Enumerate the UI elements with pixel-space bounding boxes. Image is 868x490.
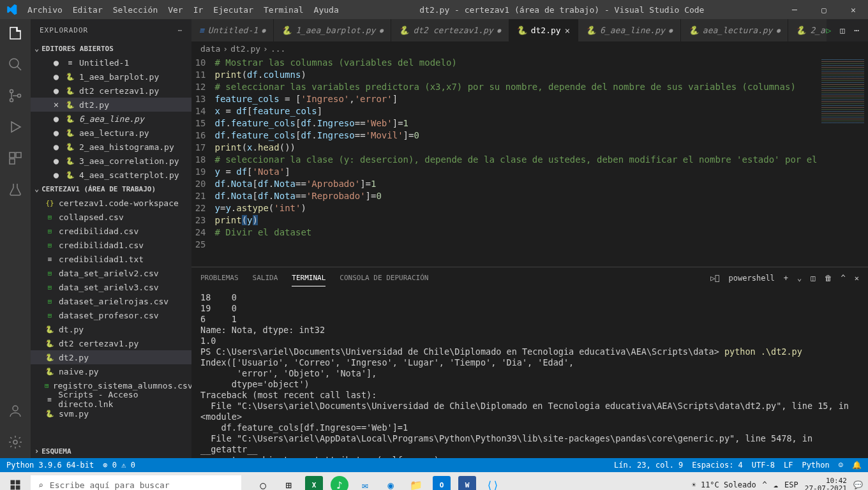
file-item[interactable]: ≡credibilidad1.txt (31, 252, 191, 266)
taskbar-search[interactable]: ⌕ Escribe aquí para buscar (31, 475, 241, 490)
file-item[interactable]: 🐍dt2 certezav1.py (31, 336, 191, 350)
more-icon[interactable]: ⋯ (177, 26, 183, 34)
status-item[interactable]: ⊗ 0 ⚠ 0 (103, 461, 135, 470)
workspace-section[interactable]: ⌄CERTEZAV1 (ÁREA DE TRABAJO) (31, 182, 191, 196)
maximize-button[interactable]: ▢ (809, 0, 839, 19)
editor-tab[interactable]: 🐍aea_lectura.py● (681, 19, 789, 41)
edge-icon[interactable]: ◉ (382, 476, 400, 490)
cloud-icon[interactable]: ☁ (774, 480, 778, 489)
menu-ver[interactable]: Ver (163, 5, 188, 15)
notifications-icon[interactable]: 💬 (853, 480, 863, 489)
menu-editar[interactable]: Editar (68, 5, 108, 15)
editor-tab[interactable]: 🐍dt2.py× (509, 19, 578, 41)
editor-tab[interactable]: 🐍dt2 certezav1.py● (391, 19, 509, 41)
weather-widget[interactable]: ☀ 11°C Soleado (691, 480, 756, 489)
file-item[interactable]: ⊞data_set_arielv3.csv (31, 280, 191, 294)
run-debug-icon[interactable] (8, 119, 23, 137)
source-control-icon[interactable] (8, 88, 23, 105)
start-button[interactable] (0, 479, 31, 490)
file-item[interactable]: ⊞collapsed.csv (31, 210, 191, 224)
word-icon[interactable]: W (458, 476, 476, 490)
file-item[interactable]: ⊞credibilidad1.csv (31, 238, 191, 252)
explorer-icon[interactable] (0, 26, 23, 43)
status-item[interactable]: 🔔 (852, 461, 862, 470)
file-item[interactable]: 🐍dt.py (31, 322, 191, 336)
file-item[interactable]: ⊞data_set_arielv2.csv (31, 266, 191, 280)
kill-terminal-icon[interactable]: 🗑 (825, 274, 832, 283)
open-editor-item[interactable]: ●🐍1_aea_barplot.py (31, 70, 191, 84)
open-editor-item[interactable]: ×🐍dt2.py (31, 98, 191, 112)
file-item[interactable]: 🐍dt2.py (31, 350, 191, 364)
file-item[interactable]: {}certezav1.code-workspace (31, 196, 191, 210)
editor-tab[interactable]: 🐍6_aea_line.py● (578, 19, 681, 41)
close-panel-icon[interactable]: ✕ (855, 274, 859, 283)
vscode-taskbar-icon[interactable]: ⟨⟩ (484, 476, 502, 490)
more-actions-icon[interactable]: ⋯ (854, 26, 859, 35)
account-icon[interactable] (8, 403, 23, 420)
search-icon[interactable] (8, 57, 23, 74)
testing-icon[interactable] (8, 182, 23, 199)
menu-terminal[interactable]: Terminal (258, 5, 309, 15)
status-item[interactable]: ☺ (839, 461, 843, 470)
settings-gear-icon[interactable] (8, 434, 23, 452)
mail-icon[interactable]: ✉ (356, 476, 374, 490)
outline-section[interactable]: ›ESQUEMA (31, 444, 191, 458)
editor-tab[interactable]: 🐍1_aea_barplot.py● (274, 19, 391, 41)
language-indicator[interactable]: ESP (784, 480, 798, 489)
extensions-icon[interactable] (8, 151, 23, 168)
close-button[interactable]: ✕ (839, 0, 868, 19)
cortana-icon[interactable]: ○ (254, 476, 272, 490)
file-item[interactable]: ⊞dataset_arielrojas.csv (31, 294, 191, 308)
status-item[interactable]: LF (784, 461, 793, 470)
open-editor-item[interactable]: ●🐍dt2 certezav1.py (31, 84, 191, 98)
task-view-icon[interactable]: ⊞ (280, 476, 297, 490)
terminal-output[interactable]: 18 0 19 0 6 1 Name: Nota, dtype: int32 1… (191, 288, 868, 458)
new-terminal-icon[interactable]: + (784, 274, 788, 283)
menu-selección[interactable]: Selección (108, 5, 163, 15)
excel-icon[interactable]: X (305, 476, 323, 490)
file-item[interactable]: 🐍naive.py (31, 364, 191, 378)
spotify-icon[interactable]: ♪ (331, 476, 348, 490)
panel-tab[interactable]: TERMINAL (292, 274, 326, 286)
minimize-button[interactable]: ─ (780, 0, 809, 19)
menu-ir[interactable]: Ir (188, 5, 209, 15)
clock[interactable]: 10:42 27-07-2021 (805, 477, 847, 490)
editor-tab[interactable]: ≡Untitled-1● (191, 19, 274, 41)
file-item[interactable]: ⊞credibilidad.csv (31, 224, 191, 238)
file-item[interactable]: ≡Scripts - Acceso directo.lnk (31, 392, 191, 406)
terminal-shell-icon[interactable]: ▷⃞ (710, 274, 719, 283)
status-item[interactable]: Python (802, 461, 829, 470)
editor-tab[interactable]: 🐍2_aea_histograma.py● (788, 19, 826, 41)
split-terminal-icon[interactable]: ◫ (811, 274, 815, 283)
open-editor-item[interactable]: ●🐍aea_lectura.py (31, 126, 191, 140)
breadcrumb[interactable]: data › dt2.py › ... (191, 41, 868, 56)
file-explorer-icon[interactable]: 📁 (407, 476, 425, 490)
open-editor-item[interactable]: ●🐍4_aea_scatterplot.py (31, 168, 191, 182)
open-editor-item[interactable]: ●≡Untitled-1 (31, 56, 191, 70)
open-editor-item[interactable]: ●🐍3_aea_correlation.py (31, 154, 191, 168)
outlook-icon[interactable]: O (433, 476, 451, 490)
close-tab-icon[interactable]: × (565, 26, 570, 36)
run-icon[interactable]: ▷ (827, 26, 832, 35)
open-editor-item[interactable]: ●🐍6_aea_line.py (31, 112, 191, 126)
menu-archivo[interactable]: Archivo (22, 5, 68, 15)
status-item[interactable]: UTF-8 (752, 461, 775, 470)
terminal-dropdown-icon[interactable]: ⌄ (797, 274, 802, 283)
panel-tab[interactable]: CONSOLA DE DEPURACIÓN (340, 274, 428, 286)
tray-chevron-icon[interactable]: ^ (763, 480, 767, 489)
panel-tab[interactable]: PROBLEMAS (200, 274, 239, 286)
minimap[interactable] (818, 56, 868, 267)
maximize-panel-icon[interactable]: ^ (841, 274, 846, 283)
menu-ayuda[interactable]: Ayuda (309, 5, 344, 15)
close-icon[interactable]: × (51, 100, 61, 110)
file-item[interactable]: ⊞dataset_profesor.csv (31, 308, 191, 322)
split-editor-icon[interactable]: ◫ (840, 26, 845, 35)
code-editor[interactable]: 10111213141516171819202122232425 # Mostr… (191, 56, 868, 267)
status-item[interactable]: Python 3.9.6 64-bit (6, 461, 94, 470)
status-item[interactable]: Espacios: 4 (692, 461, 742, 470)
status-item[interactable]: Lín. 23, col. 9 (614, 461, 683, 470)
open-editors-section[interactable]: ⌄EDITORES ABIERTOS (31, 41, 191, 56)
panel-tab[interactable]: SALIDA (253, 274, 278, 286)
menu-ejecutar[interactable]: Ejecutar (208, 5, 258, 15)
open-editor-item[interactable]: ●🐍2_aea_histograma.py (31, 140, 191, 154)
